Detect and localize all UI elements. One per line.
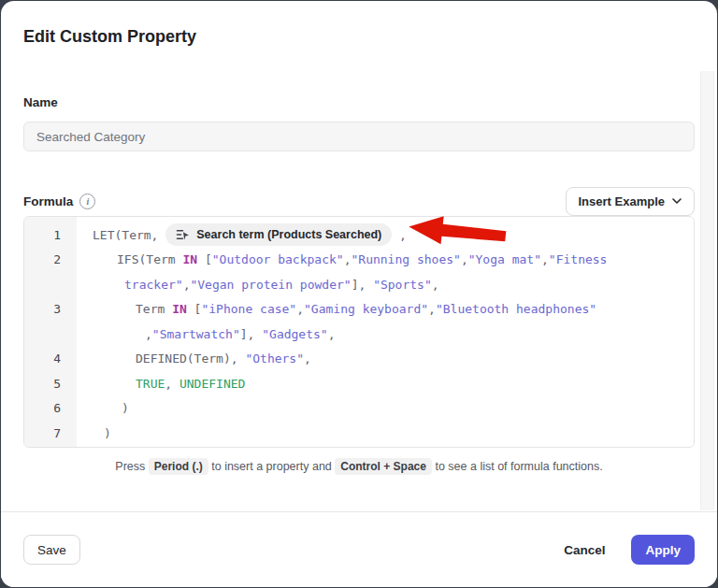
info-icon[interactable]: i: [79, 194, 95, 209]
code-row: 1LET(Term, Search term (Products Searche…: [24, 222, 694, 248]
code-token: "Vegan protein powder": [190, 278, 351, 292]
insert-example-button[interactable]: Insert Example: [566, 187, 696, 216]
code-token: [: [187, 302, 202, 316]
code-token: "Bluetooth headphones": [436, 302, 596, 316]
cancel-button[interactable]: Cancel: [558, 542, 610, 558]
code-row: tracker","Vegan protein powder"], "Sport…: [24, 272, 694, 297]
page-title: Edit Custom Property: [23, 1, 695, 47]
code-token: TRUE: [136, 377, 165, 391]
code-token: "Yoga mat": [468, 252, 541, 266]
property-chip-label: Search term (Products Searched): [196, 228, 381, 241]
kbd-period: Period (.): [149, 458, 208, 475]
code-token: ,: [541, 252, 549, 266]
code-line: LET(Term, Search term (Products Searched…: [77, 223, 694, 246]
insert-example-label: Insert Example: [579, 194, 666, 208]
code-token: "Smartwatch": [152, 327, 240, 341]
line-number: 6: [24, 401, 77, 415]
code-token: ,: [183, 278, 191, 292]
code-line: ): [77, 426, 694, 440]
scrollbar-track[interactable]: [700, 71, 714, 510]
code-token: "Gadgets": [262, 327, 327, 341]
code-token: ): [104, 426, 111, 440]
dialog-footer: Save Cancel Apply: [1, 511, 717, 587]
code-token: [: [197, 252, 212, 266]
edit-custom-property-dialog: Edit Custom Property Name Formula i Inse…: [1, 1, 717, 587]
code-token: ,: [344, 252, 352, 266]
property-chip[interactable]: Search term (Products Searched): [165, 223, 392, 246]
line-number: 3: [24, 302, 77, 316]
formula-label: Formula: [23, 194, 73, 208]
code-token: "Others": [245, 351, 304, 366]
code-line: ,"Smartwatch"], "Gadgets",: [77, 327, 694, 341]
code-line: IFS(Term IN ["Outdoor backpack","Running…: [77, 252, 694, 266]
chevron-down-icon: [672, 198, 682, 204]
code-token: "Sports": [373, 278, 432, 292]
code-line: TRUE, UNDEFINED: [77, 377, 694, 391]
code-row: 7): [24, 421, 694, 446]
code-token: ],: [352, 278, 373, 292]
apply-button[interactable]: Apply: [631, 535, 695, 565]
code-token: Term: [136, 302, 172, 316]
code-token: ,: [145, 327, 152, 341]
code-token: LET(Term,: [93, 228, 165, 242]
name-input[interactable]: [23, 122, 695, 151]
code-row: ,"Smartwatch"], "Gadgets",: [24, 322, 694, 347]
formula-editor[interactable]: 1LET(Term, Search term (Products Searche…: [23, 216, 695, 448]
code-token: UNDEFINED: [180, 377, 245, 391]
code-token: ,: [328, 327, 336, 341]
code-token: IN: [182, 252, 197, 266]
line-number: 1: [24, 228, 77, 242]
name-label: Name: [23, 95, 695, 109]
code-token: DEFINED(Term),: [136, 351, 245, 366]
code-token: "Running shoes": [351, 252, 460, 266]
code-token: IFS(Term: [117, 252, 182, 266]
code-token: "Outdoor backpack": [212, 252, 344, 266]
code-token: ,: [165, 377, 180, 391]
save-button[interactable]: Save: [23, 535, 80, 565]
code-token: ,: [428, 302, 436, 316]
code-token: "iPhone case": [201, 302, 296, 316]
code-line: DEFINED(Term), "Others",: [77, 351, 694, 366]
line-number: 5: [24, 377, 77, 391]
code-row: 6): [24, 396, 694, 422]
code-token: ): [122, 401, 129, 415]
code-token: ,: [392, 228, 407, 242]
editor-hint: Press Period (.) to insert a property an…: [23, 460, 695, 473]
code-line: tracker","Vegan protein powder"], "Sport…: [77, 278, 694, 292]
line-number: 7: [24, 426, 77, 440]
property-filter-icon: [176, 229, 190, 241]
code-token: ,: [296, 302, 304, 316]
code-token: tracker": [124, 278, 183, 292]
line-number: 4: [24, 351, 77, 366]
code-row: 3Term IN ["iPhone case","Gaming keyboard…: [24, 297, 694, 323]
code-token: "Gaming keyboard": [304, 302, 428, 316]
code-token: IN: [172, 302, 187, 316]
code-token: ,: [304, 351, 311, 366]
line-number: 2: [24, 252, 77, 266]
code-token: ,: [432, 278, 439, 292]
code-token: "Fitness: [549, 252, 608, 266]
code-rows: 1LET(Term, Search term (Products Searche…: [24, 222, 694, 446]
code-row: 2IFS(Term IN ["Outdoor backpack","Runnin…: [24, 248, 694, 273]
code-row: 5TRUE, UNDEFINED: [24, 371, 694, 396]
code-token: ,: [461, 252, 468, 266]
code-line: ): [77, 401, 694, 415]
kbd-control-space: Control + Space: [335, 458, 432, 475]
code-line: Term IN ["iPhone case","Gaming keyboard"…: [77, 302, 694, 316]
code-row: 4DEFINED(Term), "Others",: [24, 347, 694, 372]
code-token: ],: [240, 327, 262, 341]
